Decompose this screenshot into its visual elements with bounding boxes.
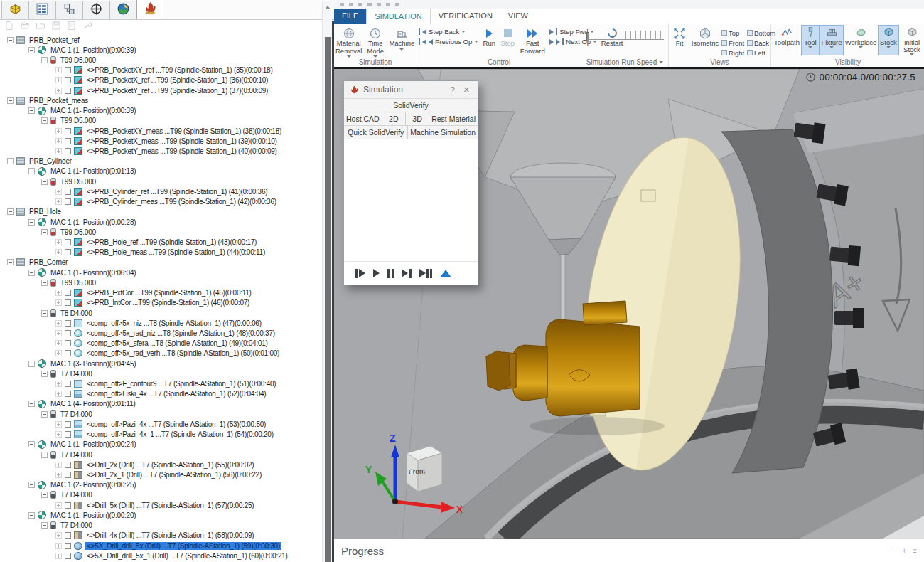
wrench-icon[interactable] bbox=[82, 21, 92, 33]
tree-row[interactable]: <>5X_Drill_drill_5x_1 (Drill) ...T7 (Spi… bbox=[0, 551, 334, 561]
expand-icon[interactable] bbox=[55, 381, 62, 387]
dialog-help-button[interactable]: ? bbox=[448, 85, 457, 94]
tree-row[interactable]: MAC 1 (1- Position)(0:00:24) bbox=[0, 440, 334, 450]
operation-checkbox[interactable] bbox=[65, 350, 71, 356]
visibility-workpiece-button[interactable]: Workpiece bbox=[844, 25, 878, 55]
tree-row[interactable]: <>PRB_PocketXY_meas ...T99 (Spindle-Stat… bbox=[0, 126, 334, 136]
collapse-icon[interactable] bbox=[41, 57, 48, 63]
operation-checkbox[interactable] bbox=[65, 330, 71, 336]
tree-row[interactable]: T99 D5.000 bbox=[0, 116, 334, 126]
qat-icon[interactable] bbox=[358, 3, 362, 6]
tree-row[interactable]: T7 D4.000 bbox=[0, 450, 334, 460]
tree-row[interactable]: <>5X_Drill_drill_5x (Drill) ...T7 (Spind… bbox=[0, 541, 334, 551]
collapse-icon[interactable] bbox=[28, 401, 35, 407]
progress-menu-icon[interactable]: ≡ bbox=[913, 547, 917, 555]
operation-checkbox[interactable] bbox=[65, 77, 71, 83]
dialog-close-button[interactable]: ✕ bbox=[461, 85, 472, 95]
progress-minus-icon[interactable]: − bbox=[891, 547, 896, 555]
tree-row[interactable]: MAC 1 (1- Position)(0:00:28) bbox=[0, 217, 334, 227]
tree-row[interactable]: <comp_off>5x_rad_verh ...T8 (Spindle-ASt… bbox=[0, 349, 334, 359]
expand-icon[interactable] bbox=[55, 128, 62, 134]
expand-icon[interactable] bbox=[55, 553, 62, 559]
play-button[interactable] bbox=[373, 269, 380, 277]
tree-row[interactable]: <comp_off>F_contour9 ...T7 (Spindle-ASta… bbox=[0, 378, 334, 388]
tree-row[interactable]: PRB_Cylinder bbox=[0, 157, 334, 166]
expand-icon[interactable] bbox=[55, 330, 62, 336]
operation-checkbox[interactable] bbox=[65, 88, 71, 94]
tree-row[interactable]: <>Drill_2x (Drill) ...T7 (Spindle-AStati… bbox=[0, 460, 334, 470]
tree-row[interactable]: <comp_off>5x_niz ...T8 (Spindle-AStation… bbox=[0, 318, 334, 328]
tree-row[interactable]: T99 D5.000 bbox=[0, 277, 334, 287]
operation-checkbox[interactable] bbox=[65, 532, 71, 539]
collapse-icon[interactable] bbox=[7, 97, 14, 104]
tree-row[interactable]: MAC 1 (1- Position)(0:00:39) bbox=[0, 45, 334, 55]
manager-tab-simulation-flame[interactable] bbox=[136, 0, 163, 19]
simulation-dialog-titlebar[interactable]: Simulation ? ✕ bbox=[344, 81, 478, 98]
tree-row[interactable]: T99 D5.000 bbox=[0, 55, 334, 65]
dialog-tab-solidverify[interactable]: SolidVerify bbox=[344, 99, 478, 112]
collapse-icon[interactable] bbox=[28, 47, 35, 53]
tree-row[interactable]: <>PRB_PocketY_ref ...T99 (Spindle-Statio… bbox=[0, 85, 334, 95]
tree-row[interactable]: <>PRB_PocketX_ref ...T99 (Spindle-Statio… bbox=[0, 75, 334, 85]
operation-checkbox[interactable] bbox=[65, 67, 71, 73]
ribbon-tab-view[interactable]: VIEW bbox=[500, 9, 536, 24]
tree-row[interactable]: <>PRB_IntCor ...T99 (Spindle-Station_1) … bbox=[0, 298, 334, 308]
tree-row[interactable]: <>Drill_5x (Drill) ...T7 (Spindle-AStati… bbox=[0, 500, 334, 510]
manager-tab-origin-target[interactable] bbox=[82, 1, 109, 19]
collapse-icon[interactable] bbox=[7, 158, 14, 164]
tree-row[interactable]: <>PRB_ExtCor ...T99 (Spindle-Station_1) … bbox=[0, 287, 334, 297]
previous-op-button[interactable]: Previous Op bbox=[419, 38, 478, 46]
play-to-end-button[interactable] bbox=[419, 269, 432, 278]
qat-icon[interactable] bbox=[367, 3, 372, 6]
collapse-icon[interactable] bbox=[41, 452, 48, 458]
ribbon-tab-verification[interactable]: VERIFICATION bbox=[431, 9, 500, 24]
ribbon-tab-simulation[interactable]: SIMULATION bbox=[366, 9, 430, 24]
dialog-tab-3d[interactable]: 3D bbox=[406, 112, 429, 125]
tree-row[interactable]: <>PRB_PocketXY_ref ...T99 (Spindle-Stati… bbox=[0, 65, 334, 75]
expand-icon[interactable] bbox=[55, 421, 62, 428]
bottom-view-button[interactable]: Bottom bbox=[747, 28, 773, 38]
tree-row[interactable]: <>Drill_4x (Drill) ...T7 (Spindle-AStati… bbox=[0, 531, 334, 541]
expand-icon[interactable] bbox=[55, 391, 62, 397]
tree-row[interactable]: <comp_off>Pazi_4x_1 ...T7 (Spindle-AStat… bbox=[0, 430, 334, 440]
operation-checkbox[interactable] bbox=[65, 249, 71, 255]
collapse-icon[interactable] bbox=[28, 270, 35, 276]
expand-icon[interactable] bbox=[55, 198, 62, 205]
tree-row[interactable]: PRB_Pocket_ref bbox=[0, 35, 334, 45]
tree-row[interactable]: <comp_off>Liski_4x ...T7 (Spindle-AStati… bbox=[0, 389, 334, 399]
tree-row[interactable]: <comp_off>Pazi_4x ...T7 (Spindle-AStatio… bbox=[0, 419, 334, 429]
tree-row[interactable]: <>PRB_Hole_meas ...T99 (Spindle-Station_… bbox=[0, 248, 334, 258]
expand-icon[interactable] bbox=[55, 249, 62, 255]
collapse-icon[interactable] bbox=[41, 411, 48, 418]
operation-checkbox[interactable] bbox=[65, 299, 71, 306]
top-view-button[interactable]: Top bbox=[721, 28, 747, 38]
expand-icon[interactable] bbox=[55, 532, 62, 539]
tree-row[interactable]: PRB_Pocket_meas bbox=[0, 95, 334, 105]
tree-row[interactable]: <>PRB_Cylinder_ref ...T99 (Spindle-Stati… bbox=[0, 186, 334, 196]
operation-checkbox[interactable] bbox=[65, 340, 71, 346]
expand-icon[interactable] bbox=[55, 350, 62, 356]
expand-icon[interactable] bbox=[55, 472, 62, 478]
isometric-view-button[interactable]: Isometric bbox=[689, 25, 721, 48]
fast-forward-button[interactable]: Fast Forward bbox=[517, 25, 548, 55]
open-folder-icon[interactable] bbox=[36, 21, 45, 33]
qat-icon[interactable] bbox=[386, 3, 390, 6]
tree-row[interactable]: MAC 1 (1- Position)(0:00:20) bbox=[0, 510, 334, 520]
visibility-initial-stock-button[interactable]: Initial Stock bbox=[899, 25, 923, 55]
expand-icon[interactable] bbox=[55, 543, 62, 549]
fit-view-button[interactable]: Fit bbox=[670, 25, 689, 48]
tree-row[interactable]: T7 D4.000 bbox=[0, 409, 334, 419]
qat-icon[interactable] bbox=[395, 3, 399, 6]
tree-row[interactable]: MAC 1 (1- Position)(0:01:13) bbox=[0, 166, 334, 176]
expand-icon[interactable] bbox=[55, 88, 62, 94]
dialog-tab-host-cad[interactable]: Host CAD bbox=[344, 112, 382, 125]
speed-options-caret-icon[interactable] bbox=[659, 61, 663, 63]
collapse-icon[interactable] bbox=[28, 219, 35, 226]
operation-checkbox[interactable] bbox=[65, 462, 71, 468]
step-to-end-button[interactable] bbox=[402, 269, 412, 278]
collapse-icon[interactable] bbox=[28, 361, 35, 367]
panel-splitter[interactable] bbox=[332, 21, 334, 562]
tree-scrollbar[interactable] bbox=[322, 1, 332, 562]
operation-checkbox[interactable] bbox=[65, 198, 71, 205]
operation-checkbox[interactable] bbox=[65, 502, 71, 509]
